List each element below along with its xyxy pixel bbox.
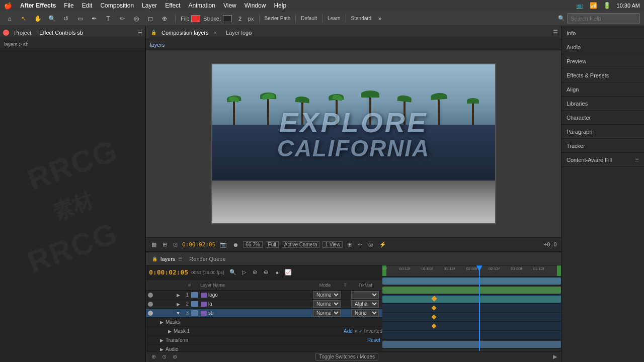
- layer-mode[interactable]: Normal: [313, 309, 343, 317]
- preview-view-icons[interactable]: ⊞: [346, 241, 353, 248]
- layer-trk-select[interactable]: [351, 291, 379, 299]
- sidebar-item-effects-presets[interactable]: Effects & Presets: [561, 68, 644, 82]
- graph-editor-btn[interactable]: 📈: [284, 268, 293, 277]
- layer-visibility-toggle[interactable]: [147, 302, 154, 307]
- layer-trk[interactable]: [351, 291, 381, 299]
- sidebar-item-character[interactable]: Character: [561, 111, 644, 125]
- left-panel-menu-icon[interactable]: ☰: [138, 30, 142, 35]
- sidebar-item-audio[interactable]: Audio: [561, 40, 644, 54]
- menu-composition[interactable]: Composition: [100, 2, 134, 9]
- mask1-row[interactable]: ▶ Mask 1 Add ▾ ✓ Inverted: [146, 327, 382, 336]
- menu-window[interactable]: Window: [245, 2, 266, 9]
- rectangle-tool[interactable]: ▭: [74, 13, 86, 24]
- layer-visibility-toggle[interactable]: [147, 311, 154, 316]
- text-tool[interactable]: T: [103, 13, 114, 24]
- menu-animation[interactable]: Animation: [189, 2, 215, 9]
- menu-view[interactable]: View: [223, 2, 236, 9]
- track-row-sb[interactable]: [382, 295, 561, 304]
- clone-tool[interactable]: ◎: [131, 13, 142, 24]
- layer-mode-select[interactable]: Normal: [313, 309, 341, 317]
- apple-menu[interactable]: 🍎: [4, 2, 12, 10]
- hand-tool[interactable]: ✋: [32, 13, 43, 24]
- comp-panel-tab2[interactable]: Layer logo: [223, 30, 255, 36]
- default-label[interactable]: Default: [301, 16, 317, 21]
- sidebar-item-content-aware-fill[interactable]: Content-Aware Fill ☰: [561, 153, 644, 167]
- preview-view-dropdown[interactable]: Full: [266, 241, 279, 248]
- layer-expand-arrow[interactable]: ▼: [175, 311, 181, 316]
- frame-blend-btn[interactable]: ⊕: [262, 268, 271, 277]
- preview-zoom-dropdown[interactable]: 66.7%: [243, 241, 262, 248]
- search-layers-btn[interactable]: 🔍: [228, 268, 237, 277]
- timeline-menu-icon[interactable]: ☰: [178, 256, 182, 261]
- render-queue-btn[interactable]: Render Queue: [189, 256, 225, 262]
- zoom-tool[interactable]: 🔍: [46, 13, 57, 24]
- bezier-path-label[interactable]: Bezier Path: [265, 16, 291, 21]
- preview-render-icon[interactable]: ◎: [367, 241, 375, 248]
- layer-expand-arrow[interactable]: ▶: [175, 302, 181, 307]
- preview-camera-icon[interactable]: 📷: [218, 241, 228, 248]
- menu-effect[interactable]: Effect: [165, 2, 180, 9]
- draft-preview-btn[interactable]: ▷: [239, 268, 249, 277]
- preview-view-count-dropdown[interactable]: 1 View: [323, 241, 343, 248]
- stroke-color-swatch[interactable]: [223, 15, 232, 22]
- motion-blur-tl-btn[interactable]: ⊛: [171, 353, 179, 360]
- mask1-expand[interactable]: ▶: [168, 329, 172, 334]
- sidebar-item-libraries[interactable]: Libraries: [561, 97, 644, 111]
- layer-trk[interactable]: Alpha: [351, 300, 381, 308]
- tc-timecode[interactable]: 0:00:02:05: [149, 268, 188, 276]
- comp-panel-tab1[interactable]: Composition layers: [158, 30, 212, 36]
- mask1-add-btn[interactable]: Add: [342, 328, 355, 334]
- audio-expand[interactable]: ▶: [160, 347, 164, 351]
- more-tools-btn[interactable]: »: [374, 13, 385, 24]
- eraser-tool[interactable]: ◻: [145, 13, 156, 24]
- app-name[interactable]: After Effects: [20, 2, 56, 9]
- transform-row[interactable]: ▶ Transform Reset: [146, 336, 382, 345]
- layer-mode[interactable]: Normal: [313, 291, 343, 299]
- learn-label[interactable]: Learn: [328, 16, 341, 21]
- fill-color-swatch[interactable]: [191, 15, 200, 22]
- timeline-tab[interactable]: layers: [160, 256, 175, 262]
- menu-edit[interactable]: Edit: [82, 2, 93, 9]
- sidebar-item-paragraph[interactable]: Paragraph: [561, 125, 644, 139]
- layer-mode[interactable]: Normal: [313, 300, 343, 308]
- layer-visibility-toggle[interactable]: [147, 293, 154, 298]
- sidebar-item-info[interactable]: Info: [561, 26, 644, 40]
- layer-trk-select[interactable]: None: [351, 309, 379, 317]
- mask1-check[interactable]: ✓: [357, 328, 364, 335]
- layer-mode-select[interactable]: Normal: [313, 291, 341, 299]
- layer-row[interactable]: ▶ 2 la Normal: [146, 300, 382, 309]
- select-tool[interactable]: ↖: [18, 13, 29, 24]
- sidebar-item-align[interactable]: Align: [561, 82, 644, 97]
- sidebar-item-tracker[interactable]: Tracker: [561, 139, 644, 153]
- live-update-btn[interactable]: ●: [273, 268, 282, 277]
- left-panel-tab2[interactable]: Effect Controls sb: [36, 30, 86, 36]
- left-panel-close[interactable]: [3, 30, 9, 36]
- standard-label[interactable]: Standard: [351, 16, 372, 21]
- layer-row-selected[interactable]: ▼ 3 sb Normal: [146, 309, 382, 318]
- menu-help[interactable]: Help: [274, 2, 286, 9]
- preview-snap-icon[interactable]: ▦: [150, 241, 158, 248]
- preview-fast-icon[interactable]: ⚡: [378, 241, 388, 248]
- layer-trk[interactable]: None: [351, 309, 381, 317]
- home-tool[interactable]: ⌂: [4, 13, 15, 24]
- layer-trk-select[interactable]: Alpha: [351, 300, 379, 308]
- masks-expand[interactable]: ▶: [160, 320, 164, 325]
- draft-3d-btn[interactable]: ⊙: [160, 353, 168, 360]
- toggle-switches-modes[interactable]: Toggle Switches / Modes: [315, 353, 378, 360]
- sidebar-item-preview[interactable]: Preview: [561, 54, 644, 68]
- motion-blur-btn[interactable]: ⊛: [251, 268, 260, 277]
- comp-panel-menu[interactable]: ☰: [553, 29, 558, 36]
- rotate-tool[interactable]: ↺: [60, 13, 71, 24]
- brush-tool[interactable]: ✏: [117, 13, 128, 24]
- search-input[interactable]: [567, 13, 640, 24]
- left-panel-tab1[interactable]: Project: [11, 30, 34, 36]
- audio-row[interactable]: ▶ Audio: [146, 345, 382, 351]
- track-row-logo[interactable]: [382, 277, 561, 286]
- sidebar-content-aware-menu-icon[interactable]: ☰: [635, 157, 639, 162]
- masks-row[interactable]: ▶ Masks: [146, 318, 382, 327]
- timeline-scroll-right[interactable]: ▶: [553, 353, 557, 360]
- timeline-ruler[interactable]: 0:00f 00:12f 01:00f 01:12f 02:00f 02:12f…: [382, 265, 561, 277]
- preview-grid-icon[interactable]: ⊞: [161, 241, 169, 248]
- preview-safe-icon[interactable]: ⊡: [172, 241, 179, 248]
- pen-tool[interactable]: ✒: [89, 13, 100, 24]
